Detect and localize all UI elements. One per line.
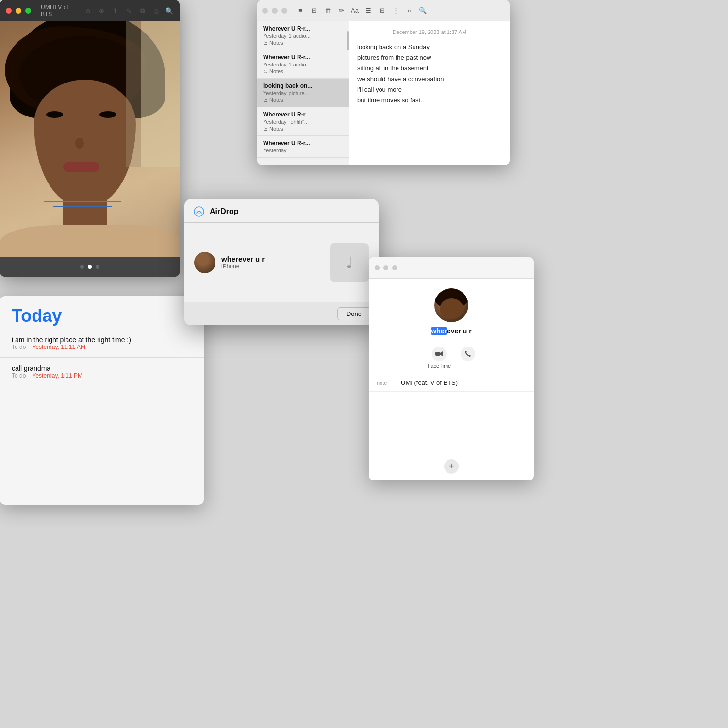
done-button[interactable]: Done bbox=[337, 307, 371, 320]
text-icon[interactable]: Aa bbox=[350, 6, 359, 15]
note-title-3: looking back on... bbox=[263, 83, 343, 89]
note-meta-4: Yesterday "ohhh"... bbox=[263, 119, 343, 125]
duplicate-icon[interactable]: ⧉ bbox=[138, 6, 147, 15]
facetime-label: FaceTime bbox=[428, 363, 451, 369]
photo-image bbox=[0, 21, 180, 257]
svg-point-0 bbox=[194, 207, 204, 216]
search-photo-icon[interactable]: 🔍 bbox=[165, 6, 174, 15]
note-meta-5: Yesterday bbox=[263, 148, 343, 153]
note-item-2[interactable]: Wherever U R-r... Yesterday 1 audio... 🗂… bbox=[257, 50, 349, 79]
traffic-light-minimize[interactable] bbox=[16, 8, 21, 14]
reminder-date-1: Yesterday, 11:11 AM bbox=[32, 344, 85, 350]
reminder-text-1: i am in the right place at the right tim… bbox=[12, 336, 192, 344]
compose-icon[interactable]: ✏ bbox=[337, 6, 346, 15]
airdrop-icon bbox=[193, 206, 205, 217]
facetime-video-icon bbox=[432, 347, 447, 361]
contacts-plus-section: + bbox=[369, 452, 534, 480]
note-date-4: Yesterday bbox=[263, 119, 287, 125]
contact-name: wherever u r bbox=[431, 327, 471, 335]
facetime-video-button[interactable]: FaceTime bbox=[428, 347, 451, 369]
note-date-5: Yesterday bbox=[263, 148, 287, 153]
share-notes-icon[interactable]: ⋮ bbox=[391, 6, 400, 15]
add-field-button[interactable]: + bbox=[444, 459, 459, 474]
svg-rect-2 bbox=[435, 352, 440, 356]
contacts-minimize[interactable] bbox=[383, 265, 388, 270]
airdrop-header: AirDrop bbox=[184, 199, 379, 222]
note-meta-2: Yesterday 1 audio... bbox=[263, 62, 343, 67]
grid-view-icon[interactable]: ⊞ bbox=[310, 6, 318, 15]
format-icon[interactable]: ☰ bbox=[364, 6, 373, 15]
reminder-sub-1: To do – Yesterday, 11:11 AM bbox=[12, 344, 192, 350]
notes-body: Wherever U R-r... Yesterday 1 audio... 🗂… bbox=[257, 21, 510, 165]
note-preview-1: 1 audio... bbox=[289, 33, 311, 39]
note-item-4[interactable]: Wherever U R-r... Yesterday "ohhh"... 🗂N… bbox=[257, 107, 349, 136]
reminders-header: Today bbox=[0, 296, 204, 331]
edit-icon[interactable]: ✎ bbox=[124, 6, 133, 15]
trash-icon[interactable]: 🗑 bbox=[323, 6, 332, 15]
phone-icon bbox=[461, 347, 475, 361]
video-camera-svg bbox=[435, 351, 443, 357]
notes-window: ≡ ⊞ 🗑 ✏ Aa ☰ ⊞ ⋮ » 🔍 Wherever U R-r... Y… bbox=[257, 0, 510, 165]
dot-2 bbox=[88, 265, 92, 269]
markup-icon[interactable]: ◎ bbox=[151, 6, 160, 15]
reminders-title: Today bbox=[12, 306, 192, 326]
zoom-in-icon[interactable]: ⊕ bbox=[97, 6, 106, 15]
contact-avatar bbox=[434, 288, 468, 322]
note-title-4: Wherever U R-r... bbox=[263, 111, 343, 118]
airdrop-footer: Done bbox=[184, 302, 379, 325]
table-icon[interactable]: ⊞ bbox=[378, 6, 386, 15]
svg-point-1 bbox=[199, 213, 200, 215]
photo-toolbar: UMI ft V of BTS ⊖ ⊕ ⬆ ✎ ⧉ ◎ 🔍 bbox=[0, 0, 180, 21]
note-folder-2: 🗂Notes bbox=[263, 68, 343, 74]
notes-minimize[interactable] bbox=[272, 8, 278, 14]
reminder-item-1[interactable]: i am in the right place at the right tim… bbox=[0, 331, 204, 355]
note-folder-3: 🗂Notes bbox=[263, 97, 343, 103]
note-item-1[interactable]: Wherever U R-r... Yesterday 1 audio... 🗂… bbox=[257, 21, 349, 50]
contacts-divider-2 bbox=[369, 391, 534, 392]
photo-dots bbox=[80, 265, 99, 269]
note-preview-3: picture... bbox=[289, 90, 309, 96]
phone-svg bbox=[464, 350, 471, 357]
notes-toolbar: ≡ ⊞ 🗑 ✏ Aa ☰ ⊞ ⋮ » 🔍 bbox=[257, 0, 510, 21]
contacts-close[interactable] bbox=[375, 265, 380, 270]
contacts-expand[interactable] bbox=[392, 265, 397, 270]
note-meta-1: Yesterday 1 audio... bbox=[263, 33, 343, 39]
airdrop-body: wherever u r iPhone ♩ bbox=[184, 223, 379, 302]
note-folder-1: 🗂Notes bbox=[263, 40, 343, 46]
dot-1 bbox=[80, 265, 84, 269]
contacts-header bbox=[369, 257, 534, 279]
phone-button[interactable] bbox=[461, 347, 475, 369]
note-title-1: Wherever U R-r... bbox=[263, 25, 343, 32]
share-icon[interactable]: ⬆ bbox=[111, 6, 119, 15]
traffic-light-expand[interactable] bbox=[25, 8, 31, 14]
reminder-item-2[interactable]: call grandma To do – Yesterday, 1:11 PM bbox=[0, 360, 204, 384]
contact-profile: wherever u r bbox=[369, 279, 534, 342]
note-content-date: December 19, 2023 at 1:37 AM bbox=[357, 29, 502, 35]
airdrop-window: AirDrop wherever u r iPhone ♩ Done bbox=[184, 199, 379, 325]
search-notes-icon[interactable]: 🔍 bbox=[418, 6, 427, 15]
airdrop-contact: wherever u r iPhone bbox=[194, 252, 265, 273]
reminder-text-2: call grandma bbox=[12, 364, 192, 372]
notes-expand[interactable] bbox=[281, 8, 287, 14]
airdrop-device: iPhone bbox=[221, 263, 265, 270]
list-view-icon[interactable]: ≡ bbox=[296, 6, 305, 15]
traffic-light-close[interactable] bbox=[6, 8, 12, 14]
airdrop-title: AirDrop bbox=[210, 207, 239, 216]
contact-note-field: note UMI (feat. V of BTS) bbox=[369, 374, 534, 391]
airdrop-contact-info: wherever u r iPhone bbox=[221, 255, 265, 270]
more-icon[interactable]: » bbox=[405, 6, 414, 15]
notes-content: December 19, 2023 at 1:37 AM looking bac… bbox=[349, 21, 510, 165]
airdrop-avatar bbox=[194, 252, 215, 273]
note-item-5[interactable]: Wherever U R-r... Yesterday bbox=[257, 136, 349, 158]
note-value: UMI (feat. V of BTS) bbox=[401, 379, 526, 386]
note-date-3: Yesterday bbox=[263, 90, 287, 96]
note-item-3[interactable]: looking back on... Yesterday picture... … bbox=[257, 79, 349, 107]
contacts-window: wherever u r FaceTime note UMI (feat. V … bbox=[369, 257, 534, 480]
note-title-2: Wherever U R-r... bbox=[263, 54, 343, 61]
reminders-window: Today i am in the right place at the rig… bbox=[0, 296, 204, 505]
notes-close[interactable] bbox=[262, 8, 268, 14]
note-date-1: Yesterday bbox=[263, 33, 287, 39]
contact-name-highlight: wher bbox=[431, 327, 447, 335]
notes-sidebar: Wherever U R-r... Yesterday 1 audio... 🗂… bbox=[257, 21, 349, 165]
zoom-out-icon[interactable]: ⊖ bbox=[83, 6, 92, 15]
